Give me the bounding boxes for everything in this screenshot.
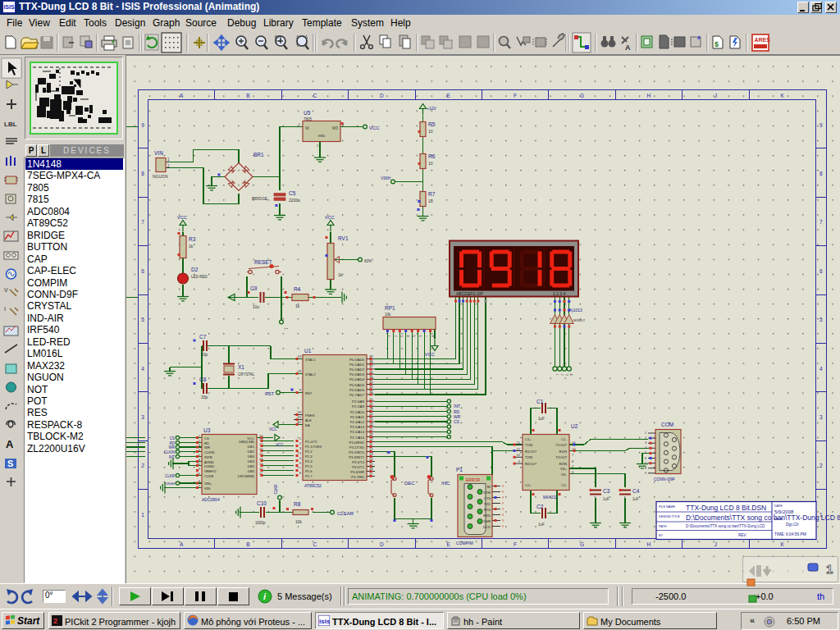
- svg-text:U1: U1: [304, 348, 312, 354]
- svg-text:BR1: BR1: [253, 152, 264, 158]
- svg-text:8: 8: [141, 171, 144, 176]
- svg-text:VCC: VCC: [276, 443, 284, 447]
- svg-text:RI: RI: [487, 485, 491, 489]
- svg-text:P3.6/WR: P3.6/WR: [350, 470, 364, 474]
- svg-text:C: C: [313, 541, 317, 547]
- svg-text:DATE: DATE: [774, 504, 783, 508]
- svg-text:CLKIN: CLKIN: [164, 450, 175, 454]
- svg-text:CLKR: CLKR: [274, 484, 278, 495]
- svg-text:GND: GND: [318, 134, 326, 138]
- svg-text:TTX-Dung LCD 8 Bit.DSN: TTX-Dung LCD 8 Bit.DSN: [686, 504, 766, 512]
- svg-text:33p: 33p: [201, 352, 208, 357]
- svg-text:P2.0/A8: P2.0/A8: [352, 399, 365, 404]
- svg-text:P1.7: P1.7: [305, 474, 313, 478]
- svg-text:CLKR: CLKR: [204, 474, 213, 478]
- svg-text:RD: RD: [170, 441, 176, 445]
- svg-text:P0.7/AD7: P0.7/AD7: [349, 393, 365, 397]
- svg-text:P0.0/AD0: P0.0/AD0: [349, 358, 365, 362]
- svg-text:S: S: [7, 459, 13, 468]
- svg-text:RP1: RP1: [385, 305, 395, 311]
- svg-text:XTAL2: XTAL2: [305, 372, 316, 377]
- svg-text:VIN: VIN: [154, 150, 163, 156]
- svg-text:T1IN: T1IN: [525, 443, 532, 447]
- svg-text:RD: RD: [454, 409, 460, 414]
- svg-text:isis: isis: [319, 618, 330, 625]
- svg-text:+12V: +12V: [427, 106, 436, 111]
- svg-text:EA: EA: [305, 423, 310, 427]
- svg-text:1: 1: [141, 512, 144, 518]
- svg-text:P3.2/INT0: P3.2/INT0: [349, 450, 365, 454]
- svg-text:9: 9: [819, 122, 823, 128]
- svg-text:WR: WR: [169, 445, 176, 450]
- svg-text:4: 4: [645, 446, 646, 450]
- svg-text:LED-RED: LED-RED: [191, 275, 208, 279]
- svg-text:D: D: [380, 541, 384, 547]
- svg-text:1k: 1k: [189, 244, 194, 249]
- svg-text:60%: 60%: [364, 259, 372, 263]
- svg-text:C1-: C1-: [561, 437, 567, 441]
- svg-text:DTR: DTR: [483, 491, 491, 495]
- svg-text:1uF: 1uF: [632, 497, 639, 501]
- svg-text:C9: C9: [250, 285, 258, 291]
- svg-text:1k: 1k: [338, 272, 343, 277]
- svg-text:7805: 7805: [304, 117, 313, 121]
- svg-text:P2.3/A11: P2.3/A11: [350, 415, 365, 419]
- svg-text:FILE NAME: FILE NAME: [659, 505, 676, 509]
- svg-text:1: 1: [645, 431, 646, 435]
- svg-text:6: 6: [819, 268, 823, 274]
- svg-text:C8: C8: [199, 377, 207, 382]
- svg-text:3: 3: [565, 373, 568, 375]
- svg-text:2: 2: [53, 617, 57, 625]
- svg-text:AT89C52: AT89C52: [304, 483, 322, 488]
- svg-text:Dgt.Ch: Dgt.Ch: [786, 522, 799, 527]
- svg-text:U5: U5: [304, 110, 311, 116]
- svg-text:P1.5: P1.5: [305, 464, 313, 468]
- svg-text:1: 1: [555, 373, 559, 375]
- svg-text:C2: C2: [536, 504, 544, 509]
- svg-text:WR: WR: [204, 445, 210, 450]
- svg-text:7: 7: [645, 462, 646, 465]
- svg-text:MINIDT: MINIDT: [573, 318, 586, 322]
- svg-text:3: 3: [399, 335, 403, 336]
- svg-text:R3: R3: [189, 236, 196, 242]
- svg-text:TIME: 6:04:56 PM: TIME: 6:04:56 PM: [774, 532, 806, 536]
- svg-text:X1: X1: [238, 364, 244, 370]
- svg-text:H: H: [647, 541, 651, 547]
- svg-text:VS-: VS-: [561, 472, 568, 477]
- svg-text:C2-: C2-: [561, 483, 567, 487]
- svg-text:R2OUT: R2OUT: [525, 462, 537, 466]
- svg-text:1uF: 1uF: [538, 523, 545, 527]
- svg-text:4: 4: [819, 366, 823, 372]
- svg-text:DESIGN TITLE: DESIGN TITLE: [659, 515, 680, 518]
- svg-text:C2+: C2+: [525, 483, 532, 487]
- svg-text:8: 8: [431, 335, 434, 336]
- svg-text:K: K: [781, 93, 785, 98]
- svg-text:P3.7/RD: P3.7/RD: [351, 475, 364, 479]
- svg-text:10: 10: [428, 129, 433, 134]
- svg-text:D:\Documents\TTX song co ban\T: D:\Documents\TTX song co ban\TTX-Dung LC…: [686, 524, 765, 528]
- svg-text:7: 7: [819, 219, 823, 225]
- svg-text:T1OUT: T1OUT: [555, 443, 567, 447]
- svg-text:P0.1/AD1: P0.1/AD1: [349, 363, 365, 367]
- svg-text:RD: RD: [204, 441, 209, 445]
- svg-text:VCC: VCC: [425, 352, 435, 357]
- svg-text:1 2 3 4: 1 2 3 4: [553, 291, 566, 296]
- svg-text:ALE: ALE: [305, 418, 312, 422]
- svg-text:VS+: VS+: [560, 467, 568, 471]
- svg-text:C1: C1: [536, 399, 544, 404]
- svg-text:PATH: PATH: [659, 525, 667, 528]
- svg-text:MAX232: MAX232: [543, 495, 558, 500]
- svg-text:DB3: DB3: [248, 454, 255, 459]
- svg-text:ERROR: ERROR: [466, 478, 481, 482]
- svg-text:P1.3: P1.3: [305, 454, 313, 459]
- svg-text:5: 5: [645, 451, 646, 454]
- svg-text:INT: INT: [169, 455, 176, 459]
- svg-text:VCC: VCC: [177, 215, 187, 220]
- svg-text:VS6H: VS6H: [166, 482, 175, 486]
- svg-text:C5: C5: [289, 190, 296, 196]
- svg-text:C7: C7: [199, 334, 207, 340]
- svg-text:12: 12: [517, 447, 521, 451]
- svg-text:G: G: [580, 541, 584, 547]
- svg-text:5: 5: [819, 317, 823, 322]
- svg-text:4: 4: [569, 373, 573, 375]
